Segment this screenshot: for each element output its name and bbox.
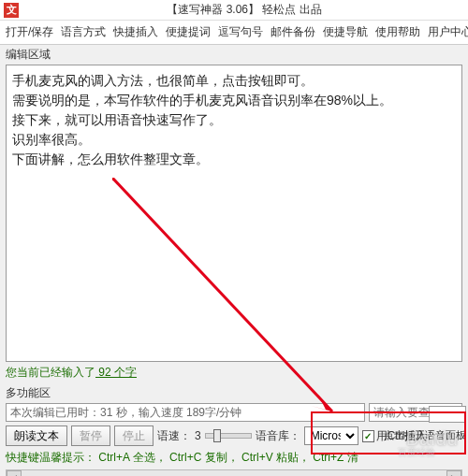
menu-user-center[interactable]: 用户中心: [424, 22, 468, 42]
menu-repeat[interactable]: 逗写句号: [214, 22, 267, 42]
stop-button[interactable]: 停止: [114, 426, 154, 446]
checkbox-icon: ✓: [362, 430, 374, 442]
scroll-left-icon[interactable]: ◄: [7, 470, 22, 476]
menu-nav[interactable]: 便捷导航: [319, 22, 372, 42]
status-prefix: 您当前已经输入了: [6, 366, 95, 379]
pause-button[interactable]: 暂停: [71, 426, 110, 446]
speed-label: 语速：: [157, 428, 191, 444]
side-small-box[interactable]: [429, 406, 466, 423]
menu-quick-tip[interactable]: 便捷提词: [162, 22, 214, 42]
voice-library-select[interactable]: Microso: [304, 426, 358, 445]
scroll-right-icon[interactable]: ►: [446, 470, 461, 476]
multi-area-label: 多功能区: [0, 383, 468, 403]
timing-display: [6, 403, 365, 422]
voice-lib-label: 语音库：: [256, 428, 300, 444]
slider-thumb[interactable]: [213, 429, 221, 442]
menu-lang-mode[interactable]: 语言方式: [57, 22, 110, 42]
char-count-status: 您当前已经输入了 92 个字: [0, 362, 468, 383]
timing-row: [6, 403, 462, 422]
window-title: 【速写神器 3.06】 轻松点 出品: [24, 2, 464, 18]
scroll-track[interactable]: [22, 470, 446, 476]
menu-quick-insert[interactable]: 快捷插入: [110, 22, 162, 42]
horizontal-scrollbar[interactable]: ◄ ►: [6, 469, 462, 476]
title-bar: 文 【速写神器 3.06】 轻松点 出品: [0, 0, 468, 21]
speed-value: 3: [195, 429, 201, 442]
shortcut-hint: 快捷键温馨提示： Ctrl+A 全选， Ctrl+C 复制， Ctrl+V 粘贴…: [6, 448, 462, 468]
menu-mail-backup[interactable]: 邮件备份: [267, 22, 319, 42]
menu-help[interactable]: 使用帮助: [372, 22, 424, 42]
app-icon: 文: [4, 3, 19, 18]
edit-area-label: 编辑区域: [0, 45, 468, 65]
voice-panel-hint[interactable]: 点击打开语音面板: [384, 428, 466, 442]
speed-slider[interactable]: [205, 433, 252, 439]
menu-open-save[interactable]: 打开/保存: [2, 22, 57, 42]
char-count-link[interactable]: 92 个字: [95, 366, 137, 379]
menu-bar: 打开/保存 语言方式 快捷插入 便捷提词 逗写句号 邮件备份 便捷导航 使用帮助…: [0, 21, 468, 45]
read-text-button[interactable]: 朗读文本: [6, 426, 67, 446]
editor-textarea[interactable]: 手机麦克风的调入方法，也很简单，点击按钮即可。 需要说明的是，本写作软件的手机麦…: [6, 65, 462, 362]
